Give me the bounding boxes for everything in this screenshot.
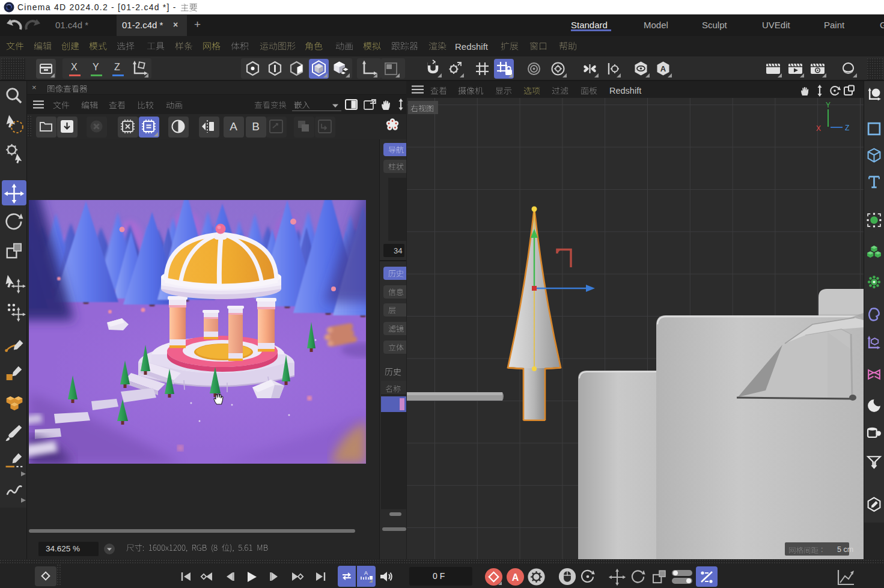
svg-text:Z: Z xyxy=(845,124,849,132)
svg-text:5 cm: 5 cm xyxy=(837,545,853,554)
svg-text:A: A xyxy=(512,572,519,583)
svg-text:A: A xyxy=(364,570,368,576)
svg-text:X: X xyxy=(816,124,821,133)
svg-text:Y: Y xyxy=(826,101,831,109)
svg-text:B: B xyxy=(252,120,260,133)
svg-text:A: A xyxy=(230,120,237,133)
svg-text:A: A xyxy=(660,64,666,73)
